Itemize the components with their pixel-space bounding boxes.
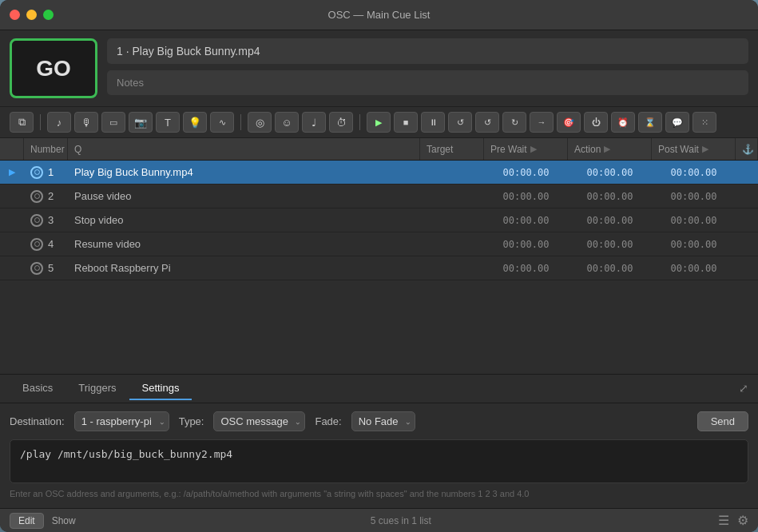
traffic-lights (10, 10, 54, 20)
minimize-button[interactable] (26, 10, 37, 20)
window-title: OSC — Main Cue List (328, 9, 431, 21)
row-3-icon: 3 (24, 214, 68, 227)
table-header: Number Q Target Pre Wait ▶ Action ▶ Post… (0, 138, 758, 161)
go-button-label: GO (36, 56, 71, 81)
row-5-action: 00:00.00 (568, 263, 652, 274)
table-body: ▶ 1 Play Big Buck Bunny.mp4 00:00.00 00:… (0, 161, 758, 374)
row-4-action: 00:00.00 (568, 239, 652, 250)
power-button[interactable]: ⏻ (584, 112, 608, 133)
row-2-postwait: 00:00.00 (652, 191, 736, 202)
prev-cue-button[interactable]: ↺ (448, 112, 472, 133)
th-action: Action ▶ (568, 138, 652, 160)
alarm-button[interactable]: ⏰ (611, 112, 635, 133)
tab-basics[interactable]: Basics (10, 377, 65, 400)
row-2-action: 00:00.00 (568, 191, 652, 202)
osc-input-area[interactable]: /play /mnt/usb/big_buck_bunny2.mp4 (10, 439, 748, 483)
row-1-prewait: 00:00.00 (484, 167, 568, 178)
play-button[interactable]: ▶ (367, 112, 391, 133)
mic-button[interactable]: 🎙 (74, 112, 98, 133)
status-bar: Edit Show 5 cues in 1 list ☰ ⚙ (0, 508, 758, 532)
row-1-q: Play Big Buck Bunny.mp4 (68, 166, 420, 178)
separator-1 (40, 114, 41, 130)
destination-select[interactable]: 1 - raspberry-pi (74, 411, 169, 431)
status-text: 5 cues in 1 list (84, 515, 718, 526)
tab-triggers[interactable]: Triggers (65, 377, 129, 400)
timer-button[interactable]: ⏱ (329, 112, 353, 133)
cue-table-container: Number Q Target Pre Wait ▶ Action ▶ Post… (0, 138, 758, 374)
close-button[interactable] (10, 10, 20, 20)
th-prewait: Pre Wait ▶ (484, 138, 568, 160)
expand-button[interactable]: ⤢ (739, 382, 748, 395)
row-2-prewait: 00:00.00 (484, 191, 568, 202)
type-select-wrapper: OSC message (213, 411, 305, 431)
table-row[interactable]: ▶ 1 Play Big Buck Bunny.mp4 00:00.00 00:… (0, 161, 758, 185)
table-row[interactable]: 2 Pause video 00:00.00 00:00.00 00:00.00 (0, 185, 758, 208)
fade-button[interactable]: ∿ (210, 112, 234, 133)
undo-button[interactable]: ↺ (475, 112, 499, 133)
top-right: 1 · Play Big Buck Bunny.mp4 Notes (107, 38, 748, 95)
fade-select-wrapper: No Fade (351, 411, 415, 431)
hint-text: Enter an OSC address and arguments, e.g.… (10, 488, 748, 500)
stop-button[interactable]: ■ (394, 112, 418, 133)
music-button[interactable]: ♩ (302, 112, 326, 133)
row-4-icon: 4 (24, 238, 68, 251)
show-button[interactable]: Show (44, 514, 84, 528)
titlebar: OSC — Main Cue List (0, 0, 758, 30)
settings-icon[interactable]: ⚙ (737, 513, 748, 528)
table-row[interactable]: 5 Reboot Raspberry Pi 00:00.00 00:00.00 … (0, 256, 758, 280)
row-1-postwait: 00:00.00 (652, 167, 736, 178)
th-q: Q (68, 138, 420, 160)
tab-settings[interactable]: Settings (129, 377, 192, 400)
table-row[interactable]: 4 Resume video 00:00.00 00:00.00 00:00.0… (0, 232, 758, 256)
osc-button[interactable]: ◎ (248, 112, 272, 133)
video-button[interactable]: ▭ (101, 112, 125, 133)
row-3-q: Stop video (68, 214, 420, 226)
row-3-prewait: 00:00.00 (484, 215, 568, 226)
row-3-postwait: 00:00.00 (652, 215, 736, 226)
list-icon[interactable]: ☰ (718, 513, 729, 528)
th-target: Target (420, 138, 484, 160)
separator-3 (359, 114, 360, 130)
row-2-q: Pause video (68, 190, 420, 202)
camera-button[interactable]: 📷 (129, 112, 153, 133)
th-postwait: Post Wait ▶ (652, 138, 736, 160)
pause-button[interactable]: ⏸ (421, 112, 445, 133)
type-select[interactable]: OSC message (213, 411, 305, 431)
emoji-button[interactable]: ☺ (275, 112, 299, 133)
main-window: OSC — Main Cue List GO 1 · Play Big Buck… (0, 0, 758, 532)
text-button[interactable]: T (156, 112, 180, 133)
th-number: Number (24, 138, 68, 160)
row-5-prewait: 00:00.00 (484, 263, 568, 274)
th-extra: ⚓ (736, 138, 758, 160)
row-3-action: 00:00.00 (568, 215, 652, 226)
edit-button[interactable]: Edit (10, 513, 44, 529)
type-label: Type: (179, 415, 204, 427)
grid-button[interactable]: ⁙ (693, 112, 716, 133)
target-button[interactable]: 🎯 (557, 112, 581, 133)
fade-select[interactable]: No Fade (351, 411, 415, 431)
go-button[interactable]: GO (10, 38, 97, 98)
settings-controls-row: Destination: 1 - raspberry-pi Type: OSC … (10, 411, 748, 431)
destination-select-wrapper: 1 - raspberry-pi (74, 411, 169, 431)
maximize-button[interactable] (43, 10, 54, 20)
redo-button[interactable]: ↻ (502, 112, 526, 133)
light-button[interactable]: 💡 (183, 112, 207, 133)
notes-bar[interactable]: Notes (107, 70, 748, 95)
settings-content: Destination: 1 - raspberry-pi Type: OSC … (0, 403, 758, 508)
send-button[interactable]: Send (697, 411, 748, 431)
row-1-icon: 1 (24, 166, 68, 179)
row-4-q: Resume video (68, 238, 420, 250)
table-row[interactable]: 3 Stop video 00:00.00 00:00.00 00:00.00 (0, 208, 758, 232)
next-cue-button[interactable]: → (530, 112, 554, 133)
hourglass-button[interactable]: ⌛ (638, 112, 662, 133)
top-section: GO 1 · Play Big Buck Bunny.mp4 Notes (0, 30, 758, 106)
row-5-q: Reboot Raspberry Pi (68, 262, 420, 274)
status-right: ☰ ⚙ (718, 513, 748, 528)
audio-button[interactable]: ♪ (47, 112, 71, 133)
chat-button[interactable]: 💬 (665, 112, 689, 133)
copy-button[interactable]: ⧉ (10, 112, 34, 133)
tabs-row: Basics Triggers Settings ⤢ (0, 375, 758, 403)
destination-label: Destination: (10, 415, 65, 427)
fade-label: Fade: (315, 415, 341, 427)
row-4-prewait: 00:00.00 (484, 239, 568, 250)
